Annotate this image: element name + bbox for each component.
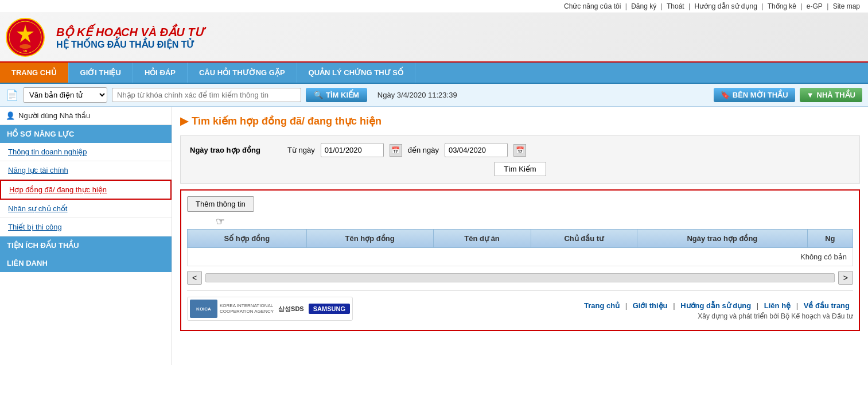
main-content: ▶ Tìm kiếm hợp đồng đã/ đang thực hiện N…: [172, 107, 868, 365]
no-data-cell: Không có bản: [188, 248, 853, 266]
filter-icon: ▼: [807, 91, 814, 99]
hop-dong-label: Ngày trao hợp đồng: [190, 146, 282, 154]
col-ten-du-an: Tên dự án: [433, 230, 531, 248]
samsung-sds-logo: 삼성SDS: [278, 305, 304, 313]
footer-gioi-thieu[interactable]: Giới thiệu: [633, 301, 668, 310]
from-date-input[interactable]: [321, 143, 384, 157]
sidebar-section-lien-danh: LIÊN DANH: [0, 254, 172, 272]
body-layout: 👤 Người dùng Nhà thầu HỒ SƠ NĂNG LỰC Thô…: [0, 107, 868, 365]
pagination-prev[interactable]: <: [187, 271, 202, 285]
search-btn-label: TÌM KIẾM: [326, 91, 359, 99]
document-icon: 📄: [6, 89, 18, 102]
koica-text: KOREA INTERNATIONALCOOPERATION AGENCY: [220, 303, 274, 314]
sidebar-section-tien-ich: TIỆN ÍCH ĐẤU THẦU: [0, 236, 172, 254]
sidebar-user: 👤 Người dùng Nhà thầu: [0, 107, 172, 125]
top-nav-sitemap[interactable]: Site map: [833, 2, 860, 10]
footer-ve-dau-trang[interactable]: Về đầu trang: [804, 301, 850, 310]
to-calendar-icon[interactable]: 📅: [513, 144, 526, 157]
col-ngay-trao: Ngày trao hợp đồng: [637, 230, 807, 248]
nav-trang-chu[interactable]: TRANG CHỦ: [0, 63, 69, 83]
to-date-input[interactable]: [445, 143, 508, 157]
search-bar: 📄 Văn bản điện tửGói thầuKế hoạch đấu th…: [0, 84, 868, 107]
cursor-indicator: ☞: [216, 215, 225, 228]
col-ng: Ng: [807, 230, 853, 248]
sidebar-item-thong-tin-dn[interactable]: Thông tin doanh nghiệp: [0, 143, 172, 161]
main-nav: TRANG CHỦ GIỚI THIỆU HỎI ĐÁP CÂU HỎI THƯ…: [0, 63, 868, 84]
col-ten-hop-dong: Tên hợp đồng: [306, 230, 433, 248]
search-form-row: Ngày trao hợp đồng Từ ngày 📅 đến ngày 📅: [190, 143, 850, 157]
sidebar-item-nhan-su[interactable]: Nhân sự chủ chốt: [0, 200, 172, 218]
table-container: Thêm thông tin ☞ Số hợp đồng Tên hợp đồn…: [180, 189, 860, 331]
sidebar-section-ho-so: HỒ SƠ NĂNG LỰC: [0, 125, 172, 143]
search-icon: 🔍: [314, 91, 323, 99]
footer-huong-dan[interactable]: Hướng dẫn sử dụng: [680, 301, 751, 310]
pagination-next[interactable]: >: [838, 271, 853, 285]
from-calendar-icon[interactable]: 📅: [390, 144, 402, 157]
top-nav-egp[interactable]: e-GP: [807, 2, 823, 10]
datetime-display: Ngày 3/4/2020 11:23:39: [377, 91, 457, 99]
add-info-button[interactable]: Thêm thông tin: [187, 196, 254, 212]
user-icon: 👤: [6, 111, 15, 120]
top-nav-thong-ke[interactable]: Thống kê: [768, 2, 796, 10]
table-no-data-row: Không có bản: [188, 248, 853, 266]
contracts-table: Số hợp đồng Tên hợp đồng Tên dự án Chủ đ…: [187, 229, 853, 266]
samsung-logo: SAMSUNG: [309, 304, 350, 314]
btn-ben-moi-thau[interactable]: 🔖 BÊN MỜI THẦU: [714, 88, 795, 102]
government-emblem: VN: [6, 18, 45, 57]
from-label: Từ ngày: [287, 146, 315, 154]
svg-point-3: [20, 44, 31, 49]
btn-nha-thau-label: NHÀ THẦU: [817, 91, 856, 99]
header-logo: VN: [6, 18, 45, 57]
sidebar-username: Người dùng Nhà thầu: [18, 111, 90, 120]
footer-links: Trang chủ | Giới thiệu | Hướng dẫn sử dụ…: [581, 301, 853, 310]
sidebar-item-nang-luc[interactable]: Năng lực tài chính: [0, 161, 172, 180]
nav-cau-hoi[interactable]: CÂU HỎI THƯỜNG GẶP: [188, 63, 297, 83]
to-label: đến ngày: [408, 146, 439, 154]
sidebar-item-thiet-bi[interactable]: Thiết bị thi công: [0, 218, 172, 236]
sidebar-item-hop-dong[interactable]: Hợp đồng đã/ đang thực hiện: [0, 180, 172, 200]
sidebar: 👤 Người dùng Nhà thầu HỒ SƠ NĂNG LỰC Thô…: [0, 107, 172, 365]
footer-trang-chu[interactable]: Trang chủ: [584, 301, 620, 310]
top-nav-dang-ky[interactable]: Đăng ký: [631, 2, 656, 10]
header-title: BỘ KẾ HOẠCH VÀ ĐẦU TƯ HỆ THỐNG ĐẤU THẦU …: [56, 25, 204, 50]
btn-nha-thau[interactable]: ▼ NHÀ THẦU: [800, 88, 862, 102]
scroll-track[interactable]: [205, 273, 835, 282]
top-nav-thoat[interactable]: Thoát: [667, 2, 684, 10]
search-category-select[interactable]: Văn bản điện tửGói thầuKế hoạch đấu thầu: [23, 87, 107, 103]
table-header-row: Số hợp đồng Tên hợp đồng Tên dự án Chủ đ…: [188, 230, 853, 248]
arrow-right-icon: ▶: [180, 115, 188, 127]
nav-gioi-thieu[interactable]: GIỚI THIỆU: [69, 63, 133, 83]
pagination-row: < >: [187, 271, 853, 285]
header: VN BỘ KẾ HOẠCH VÀ ĐẦU TƯ HỆ THỐNG ĐẤU TH…: [0, 13, 868, 63]
search-button[interactable]: 🔍 TÌM KIẾM: [306, 88, 367, 102]
footer-lien-he[interactable]: Liên hệ: [764, 301, 791, 310]
header-line2: HỆ THỐNG ĐẤU THẦU ĐIỆN TỬ: [56, 39, 204, 50]
search-form: Ngày trao hợp đồng Từ ngày 📅 đến ngày 📅 …: [180, 135, 860, 184]
footer-logos: KOICA KOREA INTERNATIONALCOOPERATION AGE…: [187, 290, 853, 324]
page-title: ▶ Tìm kiếm hợp đồng đã/ đang thực hiện: [180, 115, 860, 127]
top-nav-chuc-nang[interactable]: Chức năng của tôi: [564, 2, 621, 10]
svg-text:VN: VN: [24, 49, 28, 53]
footer-copyright: Xây dựng và phát triển bởi Bộ Kế hoạch v…: [581, 312, 853, 320]
page-title-text: Tìm kiếm hợp đồng đã/ đang thực hiện: [192, 115, 382, 127]
bookmark-icon: 🔖: [721, 91, 730, 99]
top-nav: Chức năng của tôi | Đăng ký | Thoát | Hư…: [0, 0, 868, 13]
header-line1: BỘ KẾ HOẠCH VÀ ĐẦU TƯ: [56, 25, 204, 39]
search-input[interactable]: [112, 88, 301, 102]
col-so-hop-dong: Số hợp đồng: [188, 230, 307, 248]
nav-hoi-dap[interactable]: HỎI ĐÁP: [133, 63, 188, 83]
col-chu-dau-tu: Chủ đầu tư: [531, 230, 637, 248]
top-nav-huong-dan[interactable]: Hướng dẫn sử dụng: [694, 2, 757, 10]
nav-spacer: [415, 63, 868, 83]
search-form-button[interactable]: Tìm Kiếm: [494, 162, 546, 176]
koica-logo: KOICA: [190, 300, 217, 318]
nav-quan-ly[interactable]: QUẢN LÝ CHỨNG THƯ SỐ: [297, 63, 415, 83]
btn-moi-thau-label: BÊN MỜI THẦU: [733, 91, 788, 99]
